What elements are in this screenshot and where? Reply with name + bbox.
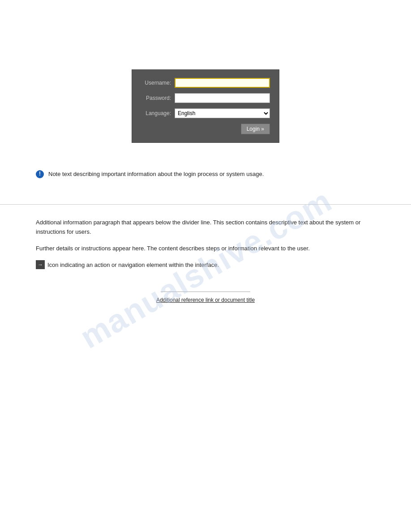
language-select[interactable]: English French German Spanish — [175, 108, 270, 118]
lower-paragraph-2: Further details or instructions appear h… — [36, 244, 375, 253]
language-label: Language: — [141, 110, 175, 116]
login-section: Username: Password: Language: English Fr… — [0, 0, 411, 156]
lower-section: Additional information paragraph that ap… — [0, 214, 411, 317]
footer-line — [161, 292, 250, 292]
footer-link[interactable]: Additional reference link or document ti… — [156, 297, 255, 303]
login-panel: Username: Password: Language: English Fr… — [132, 69, 279, 143]
login-button[interactable]: Login » — [241, 124, 270, 134]
note-row: ! Note text describing important informa… — [36, 170, 375, 179]
action-icon-label: → — [38, 262, 43, 268]
password-row: Password: — [141, 93, 270, 103]
login-button-row: Login » — [141, 124, 270, 134]
info-icon: ! — [36, 170, 44, 178]
username-input[interactable] — [175, 78, 270, 88]
content-area: ! Note text describing important informa… — [0, 156, 411, 195]
password-input[interactable] — [175, 93, 270, 103]
action-icon: → — [36, 260, 45, 269]
language-row: Language: English French German Spanish — [141, 108, 270, 118]
username-label: Username: — [141, 80, 175, 86]
icon-description: Icon indicating an action or navigation … — [47, 262, 219, 268]
lower-paragraph-1: Additional information paragraph that ap… — [36, 218, 375, 237]
note-icon-container: ! — [36, 170, 45, 179]
password-label: Password: — [141, 95, 175, 101]
footer-area: Additional reference link or document ti… — [36, 283, 375, 308]
username-row: Username: — [141, 78, 270, 88]
note-text: Note text describing important informati… — [48, 170, 375, 179]
section-divider — [0, 204, 411, 205]
info-icon-label: ! — [39, 170, 41, 178]
inline-icon-row: → Icon indicating an action or navigatio… — [36, 260, 375, 269]
